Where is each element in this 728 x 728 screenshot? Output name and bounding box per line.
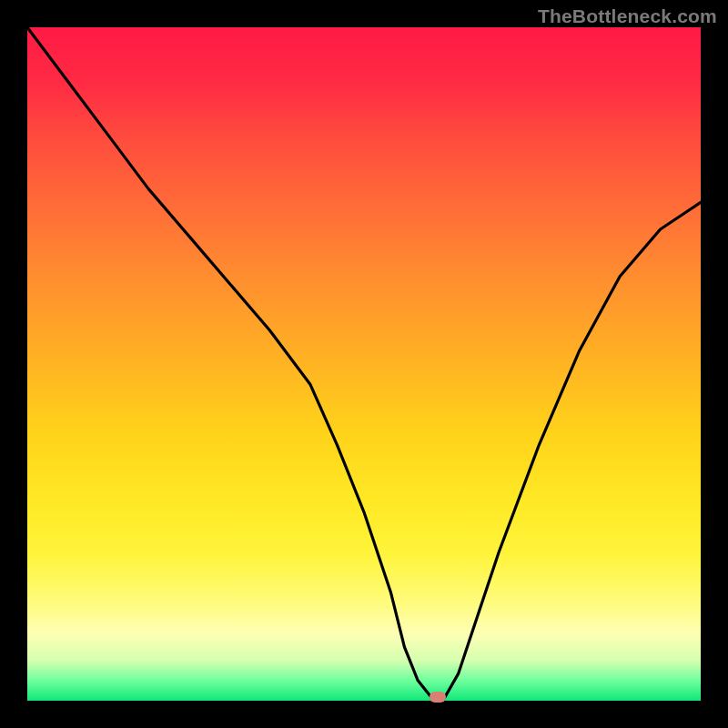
curve-layer (27, 27, 701, 701)
bottleneck-curve (27, 27, 701, 701)
optimal-marker (430, 692, 446, 703)
watermark-text: TheBottleneck.com (538, 5, 717, 27)
chart-frame: TheBottleneck.com (0, 0, 728, 728)
plot-area (27, 27, 701, 701)
